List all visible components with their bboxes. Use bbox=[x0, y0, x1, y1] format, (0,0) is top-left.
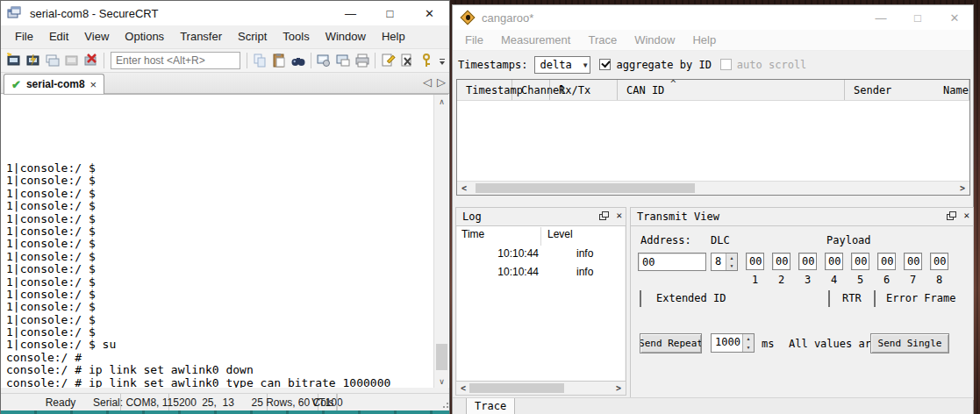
menu-item[interactable]: Trace bbox=[579, 30, 626, 51]
log-table[interactable]: Time Level 10:10:44 info 10:10:44 i bbox=[457, 226, 625, 381]
address-input[interactable] bbox=[638, 253, 706, 271]
payload-byte-input[interactable]: 00 bbox=[904, 253, 922, 270]
resize-grip[interactable] bbox=[429, 394, 451, 410]
close-panel-icon[interactable]: ✕ bbox=[963, 211, 969, 220]
log-session-icon[interactable] bbox=[378, 51, 397, 70]
close-icon[interactable]: ✕ bbox=[410, 1, 449, 25]
menu-item[interactable]: Window bbox=[318, 25, 374, 48]
session-window-icon[interactable] bbox=[333, 51, 353, 70]
trace-column-header[interactable]: CAN ID bbox=[618, 80, 845, 100]
tab-scroll-right-icon[interactable]: ▷ bbox=[437, 75, 446, 89]
securecrt-titlebar[interactable]: serial-com8 - SecureCRT — □ ✕ bbox=[1, 1, 449, 25]
payload-byte-input[interactable]: 00 bbox=[772, 253, 790, 270]
scroll-left-icon[interactable]: < bbox=[457, 182, 471, 195]
menu-item[interactable]: Window bbox=[626, 30, 683, 51]
keymap-icon[interactable] bbox=[417, 51, 436, 70]
dlc-spinner[interactable]: 8 ▲ ▼ bbox=[711, 253, 738, 271]
trace-column-header[interactable]: Name bbox=[934, 80, 969, 100]
float-panel-icon[interactable] bbox=[599, 211, 609, 220]
trace-column-header[interactable]: Rx/Tx bbox=[550, 80, 618, 100]
paste-icon[interactable] bbox=[269, 51, 289, 70]
menu-item[interactable]: View bbox=[76, 25, 117, 48]
maximize-icon[interactable]: □ bbox=[899, 5, 936, 30]
payload-byte-input[interactable]: 00 bbox=[798, 253, 817, 270]
trace-column-header[interactable]: Sender bbox=[845, 80, 934, 100]
menu-item[interactable]: Help bbox=[683, 30, 725, 51]
trace-table-body[interactable] bbox=[457, 101, 969, 181]
spin-down-icon[interactable]: ▼ bbox=[743, 343, 754, 352]
payload-byte-input[interactable]: 00 bbox=[746, 253, 764, 270]
reconnect-icon[interactable] bbox=[62, 51, 82, 70]
auto-scroll-checkbox[interactable] bbox=[720, 59, 732, 70]
send-repeat-button[interactable]: Send Repeat bbox=[640, 333, 702, 353]
terminal-scrollbar[interactable]: ∧ ∨ bbox=[433, 95, 448, 388]
send-single-button[interactable]: Send Single bbox=[870, 333, 949, 353]
menu-item[interactable]: Edit bbox=[41, 25, 76, 48]
log-time-header[interactable]: Time bbox=[461, 228, 484, 240]
log-panel-title: Log bbox=[462, 211, 482, 223]
menu-item[interactable]: Help bbox=[374, 25, 413, 48]
scroll-left-icon[interactable]: < bbox=[456, 382, 470, 395]
global-options-icon[interactable] bbox=[397, 51, 417, 70]
transmit-view-titlebar[interactable]: Transmit View ✕ bbox=[631, 208, 973, 226]
payload-byte-input[interactable]: 00 bbox=[930, 253, 948, 270]
scrollbar-thumb[interactable] bbox=[436, 344, 447, 370]
maximize-icon[interactable]: □ bbox=[370, 1, 410, 25]
session-options-icon[interactable] bbox=[314, 51, 333, 70]
menu-item[interactable]: Measurement bbox=[492, 30, 579, 51]
menu-item[interactable]: Options bbox=[117, 25, 172, 48]
float-panel-icon[interactable] bbox=[947, 211, 956, 220]
scrollbar-thumb[interactable] bbox=[469, 383, 564, 393]
copy-icon[interactable] bbox=[250, 51, 269, 70]
menu-item[interactable]: File bbox=[456, 30, 492, 51]
toolbar-overflow-button[interactable] bbox=[437, 52, 447, 71]
timestamps-select[interactable]: delta ▼ bbox=[534, 56, 590, 74]
disconnect-icon[interactable] bbox=[82, 51, 101, 70]
minimize-icon[interactable]: — bbox=[862, 5, 899, 30]
find-icon[interactable] bbox=[289, 51, 308, 70]
payload-byte-input[interactable]: 00 bbox=[877, 253, 896, 270]
host-input[interactable] bbox=[111, 52, 240, 69]
menu-item[interactable]: Tools bbox=[275, 25, 317, 48]
tab-close-icon[interactable]: × bbox=[90, 78, 97, 91]
trace-column-header[interactable]: Channel bbox=[512, 80, 550, 100]
minimize-icon[interactable]: — bbox=[331, 1, 370, 25]
rtr-checkbox[interactable] bbox=[828, 290, 830, 307]
scrollbar-thumb[interactable] bbox=[476, 183, 695, 193]
connect-in-tab-icon[interactable] bbox=[43, 51, 62, 70]
trace-tab[interactable]: Trace bbox=[466, 398, 515, 414]
close-panel-icon[interactable]: ✕ bbox=[616, 211, 622, 220]
scroll-down-icon[interactable]: ∨ bbox=[434, 375, 449, 388]
log-row[interactable]: 10:10:44 info bbox=[457, 266, 625, 284]
spin-down-icon[interactable]: ▼ bbox=[726, 262, 737, 271]
cangaroo-titlebar[interactable]: cangaroo* — □ ✕ bbox=[453, 5, 973, 30]
quick-connect-icon[interactable] bbox=[24, 51, 43, 70]
close-icon[interactable]: ✕ bbox=[936, 5, 973, 30]
scroll-up-icon[interactable]: ∧ bbox=[434, 95, 449, 108]
log-panel-titlebar[interactable]: Log ✕ bbox=[456, 208, 626, 226]
log-row[interactable]: 10:10:44 info bbox=[457, 247, 625, 266]
menu-item[interactable]: Script bbox=[230, 25, 275, 48]
trace-column-header[interactable]: Timestamp bbox=[457, 80, 512, 100]
scroll-right-icon[interactable]: > bbox=[955, 182, 969, 195]
print-icon[interactable] bbox=[353, 51, 372, 70]
log-hscrollbar[interactable]: < > bbox=[456, 381, 626, 395]
scroll-right-icon[interactable]: > bbox=[612, 382, 626, 395]
log-level-header[interactable]: Level bbox=[547, 228, 573, 240]
session-tab[interactable]: ✔ serial-com8 × bbox=[4, 74, 104, 94]
new-session-icon[interactable] bbox=[4, 51, 24, 70]
payload-byte-input[interactable]: 00 bbox=[825, 253, 843, 270]
interval-spinner[interactable]: 1000 ▲ ▼ bbox=[711, 333, 755, 353]
aggregate-by-id-checkbox[interactable] bbox=[599, 59, 611, 70]
spin-up-icon[interactable]: ▲ bbox=[726, 253, 737, 262]
payload-byte-input[interactable]: 00 bbox=[851, 253, 869, 270]
extended-id-checkbox[interactable] bbox=[640, 290, 641, 307]
terminal-output: 1|console:/ $1|console:/ $1|console:/ $1… bbox=[6, 96, 433, 388]
error-frame-checkbox[interactable] bbox=[874, 290, 876, 307]
tab-scroll-left-icon[interactable]: ◁ bbox=[423, 75, 432, 89]
trace-hscrollbar[interactable]: < > bbox=[457, 181, 969, 195]
terminal[interactable]: 1|console:/ $1|console:/ $1|console:/ $1… bbox=[4, 94, 448, 388]
spin-up-icon[interactable]: ▲ bbox=[743, 334, 754, 343]
menu-item[interactable]: File bbox=[7, 25, 41, 48]
menu-item[interactable]: Transfer bbox=[172, 25, 230, 48]
